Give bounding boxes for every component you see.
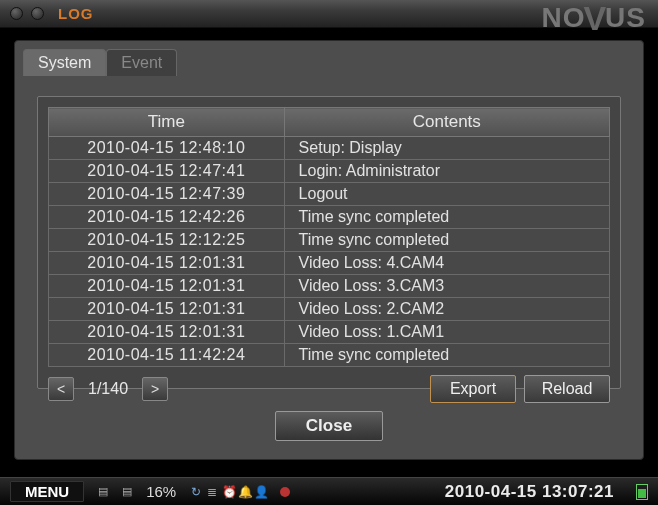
cell-time: 2010-04-15 12:47:39 xyxy=(49,183,285,206)
page-prev-button[interactable]: < xyxy=(48,377,74,401)
alarm-icon: ⏰ xyxy=(222,485,234,499)
menu-button[interactable]: MENU xyxy=(10,481,84,502)
window-control-dot[interactable] xyxy=(10,7,23,20)
cell-time: 2010-04-15 12:42:26 xyxy=(49,206,285,229)
clock: 2010-04-15 13:07:21 xyxy=(445,482,614,502)
window-title: LOG xyxy=(58,5,94,22)
reload-button[interactable]: Reload xyxy=(524,375,610,403)
cell-contents: Time sync completed xyxy=(284,344,609,367)
tab-event[interactable]: Event xyxy=(106,49,177,76)
table-row: 2010-04-15 12:12:25Time sync completed xyxy=(49,229,610,252)
disk-icon: ▤ xyxy=(98,485,108,498)
brand-logo: NO V US xyxy=(541,0,646,37)
cell-contents: Logout xyxy=(284,183,609,206)
table-row: 2010-04-15 12:01:31Video Loss: 4.CAM4 xyxy=(49,252,610,275)
col-header-contents: Contents xyxy=(284,108,609,137)
status-icons: ↻ ≣ ⏰ 🔔 👤 xyxy=(190,485,266,499)
cell-contents: Video Loss: 4.CAM4 xyxy=(284,252,609,275)
tabs: System Event xyxy=(15,41,643,76)
brand-text-post: US xyxy=(605,2,646,34)
col-header-time: Time xyxy=(49,108,285,137)
bell-icon: 🔔 xyxy=(238,485,250,499)
table-row: 2010-04-15 11:42:24Time sync completed xyxy=(49,344,610,367)
close-button[interactable]: Close xyxy=(275,411,383,441)
user-icon: 👤 xyxy=(254,485,266,499)
disk-usage: 16% xyxy=(146,483,176,500)
table-row: 2010-04-15 12:48:10Setup: Display xyxy=(49,137,610,160)
log-table: Time Contents 2010-04-15 12:48:10Setup: … xyxy=(48,107,610,367)
sync-icon: ↻ xyxy=(190,485,202,499)
close-row: Close xyxy=(15,411,643,441)
brand-text-v: V xyxy=(583,0,607,38)
export-button[interactable]: Export xyxy=(430,375,516,403)
table-row: 2010-04-15 12:42:26Time sync completed xyxy=(49,206,610,229)
cell-time: 2010-04-15 12:48:10 xyxy=(49,137,285,160)
cell-contents: Video Loss: 3.CAM3 xyxy=(284,275,609,298)
log-window: System Event Time Contents 2010-04-15 12… xyxy=(14,40,644,460)
actions-row: < 1/140 > Export Reload xyxy=(48,375,610,403)
cell-time: 2010-04-15 12:47:41 xyxy=(49,160,285,183)
battery-icon xyxy=(636,484,648,500)
table-row: 2010-04-15 12:01:31Video Loss: 3.CAM3 xyxy=(49,275,610,298)
cell-time: 2010-04-15 12:01:31 xyxy=(49,275,285,298)
tab-system[interactable]: System xyxy=(23,49,106,76)
network-icon: ≣ xyxy=(206,485,218,499)
cell-contents: Video Loss: 1.CAM1 xyxy=(284,321,609,344)
table-row: 2010-04-15 12:47:39Logout xyxy=(49,183,610,206)
disk-icon: ▤ xyxy=(122,485,132,498)
table-row: 2010-04-15 12:01:31Video Loss: 1.CAM1 xyxy=(49,321,610,344)
record-indicator-icon xyxy=(280,487,290,497)
cell-time: 2010-04-15 12:01:31 xyxy=(49,252,285,275)
cell-time: 2010-04-15 11:42:24 xyxy=(49,344,285,367)
cell-contents: Login: Administrator xyxy=(284,160,609,183)
log-panel: Time Contents 2010-04-15 12:48:10Setup: … xyxy=(37,96,621,389)
cell-time: 2010-04-15 12:12:25 xyxy=(49,229,285,252)
table-row: 2010-04-15 12:01:31Video Loss: 2.CAM2 xyxy=(49,298,610,321)
cell-contents: Setup: Display xyxy=(284,137,609,160)
cell-time: 2010-04-15 12:01:31 xyxy=(49,298,285,321)
brand-text-pre: NO xyxy=(541,2,585,34)
cell-contents: Video Loss: 2.CAM2 xyxy=(284,298,609,321)
cell-contents: Time sync completed xyxy=(284,229,609,252)
title-bar: LOG NO V US xyxy=(0,0,658,28)
page-next-button[interactable]: > xyxy=(142,377,168,401)
table-row: 2010-04-15 12:47:41Login: Administrator xyxy=(49,160,610,183)
status-bar: MENU ▤ ▤ 16% ↻ ≣ ⏰ 🔔 👤 2010-04-15 13:07:… xyxy=(0,477,658,505)
page-indicator: 1/140 xyxy=(82,380,134,398)
cell-contents: Time sync completed xyxy=(284,206,609,229)
window-control-dot[interactable] xyxy=(31,7,44,20)
cell-time: 2010-04-15 12:01:31 xyxy=(49,321,285,344)
